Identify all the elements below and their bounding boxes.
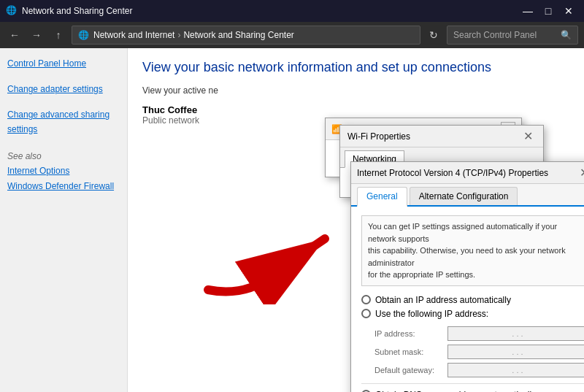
path-segment-1: Network and Internet	[93, 30, 174, 40]
sidebar: Control Panel Home Change adapter settin…	[0, 48, 128, 392]
network-name: Thuc Coffee	[142, 104, 569, 115]
page-title: View your basic network information and …	[142, 60, 569, 75]
tcp-title: Internet Protocol Version 4 (TCP/IPv4) P…	[357, 168, 576, 178]
radio-auto-ip-btn	[361, 295, 371, 304]
path-segment-2: Network and Sharing Center	[183, 30, 293, 40]
sidebar-link-adapter[interactable]: Change adapter settings	[7, 82, 120, 96]
ip-radio-group: Obtain an IP address automatically Use t…	[361, 295, 584, 319]
path-separator-1: ›	[177, 30, 180, 40]
divider	[361, 383, 584, 384]
radio-auto-ip-label: Obtain an IP address automatically	[375, 295, 511, 305]
red-arrow	[186, 217, 332, 304]
forward-button[interactable]: →	[28, 26, 45, 44]
subnet-mask-input[interactable]: . . .	[447, 345, 584, 359]
sidebar-link-internet-options[interactable]: Internet Options	[7, 164, 120, 178]
minimize-button[interactable]: —	[518, 4, 537, 18]
refresh-button[interactable]: ↻	[425, 26, 442, 44]
radio-manual-ip-label: Use the following IP address:	[375, 309, 488, 319]
path-icon: 🌐	[78, 30, 89, 40]
main-content: Control Panel Home Change adapter settin…	[0, 48, 584, 392]
address-path[interactable]: 🌐 Network and Internet › Network and Sha…	[72, 26, 420, 45]
ip-address-input[interactable]: . . .	[447, 326, 584, 341]
radio-auto-dns[interactable]: Obtain DNS server address automatically	[361, 390, 584, 393]
wifi-props-close[interactable]: ✕	[520, 128, 536, 145]
radio-auto-dns-label: Obtain DNS server address automatically	[375, 390, 536, 393]
title-bar: 🌐 Network and Sharing Center — □ ✕	[0, 0, 584, 22]
sidebar-link-firewall[interactable]: Windows Defender Firewall	[7, 180, 120, 193]
tcp-titlebar: Internet Protocol Version 4 (TCP/IPv4) P…	[351, 162, 584, 184]
tcp-tabs: General Alternate Configuration	[351, 184, 584, 207]
app-icon: 🌐	[6, 5, 18, 17]
address-bar: ← → ↑ 🌐 Network and Internet › Network a…	[0, 22, 584, 48]
default-gateway-row: Default gateway: . . .	[361, 363, 584, 377]
default-gateway-label: Default gateway:	[374, 366, 447, 374]
window-controls: — □ ✕	[518, 4, 578, 18]
tcp-description: You can get IP settings assigned automat…	[361, 215, 584, 286]
radio-manual-ip-btn	[361, 309, 371, 318]
tcp-tab-general[interactable]: General	[357, 187, 407, 207]
see-also-label: See also	[7, 151, 120, 161]
window-title: Network and Sharing Center	[22, 6, 518, 16]
dns-radio-group: Obtain DNS server address automatically …	[361, 390, 584, 393]
back-button[interactable]: ←	[6, 26, 23, 44]
active-network-label: View your active ne	[142, 84, 569, 97]
ip-address-label: IP address:	[374, 329, 447, 338]
wifi-props-title: Wi-Fi Properties	[347, 131, 520, 142]
search-placeholder: Search Control Panel	[453, 30, 537, 40]
close-button[interactable]: ✕	[559, 4, 578, 18]
radio-auto-ip[interactable]: Obtain an IP address automatically	[361, 295, 584, 305]
subnet-mask-label: Subnet mask:	[374, 347, 447, 356]
radio-manual-ip[interactable]: Use the following IP address:	[361, 309, 584, 319]
up-button[interactable]: ↑	[50, 26, 67, 44]
content-area: View your basic network information and …	[128, 48, 584, 392]
search-icon: 🔍	[561, 30, 572, 40]
ip-address-row: IP address: . . .	[361, 326, 584, 341]
default-gateway-input[interactable]: . . .	[447, 363, 584, 377]
wifi-props-titlebar: Wi-Fi Properties ✕	[340, 126, 543, 147]
tcp-dialog: Internet Protocol Version 4 (TCP/IPv4) P…	[350, 161, 584, 392]
sidebar-link-home[interactable]: Control Panel Home	[7, 57, 120, 71]
search-box[interactable]: Search Control Panel 🔍	[447, 26, 578, 45]
sidebar-link-advanced[interactable]: Change advanced sharing settings	[7, 108, 120, 136]
subnet-mask-row: Subnet mask: . . .	[361, 345, 584, 359]
tcp-body: You can get IP settings assigned automat…	[351, 207, 584, 392]
tcp-close[interactable]: ✕	[576, 165, 584, 181]
tcp-tab-alternate[interactable]: Alternate Configuration	[410, 187, 518, 205]
maximize-button[interactable]: □	[539, 4, 558, 18]
